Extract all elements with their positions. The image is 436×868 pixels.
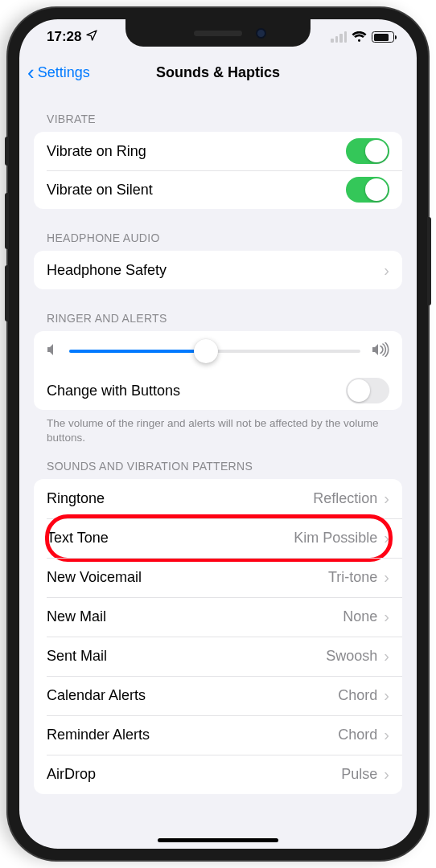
toggle-change-with-buttons[interactable] (346, 378, 389, 403)
wifi-icon (352, 31, 367, 43)
row-value: Chord (338, 727, 377, 743)
row-vibrate-on-silent: Vibrate on Silent (34, 170, 402, 209)
row-new-mail[interactable]: New Mail None › (34, 597, 402, 637)
row-value: Reflection (313, 490, 377, 507)
row-value: Kim Possible (294, 530, 377, 547)
status-time: 17:28 (47, 29, 81, 45)
footnote-ringer: The volume of the ringer and alerts will… (19, 410, 417, 445)
back-button[interactable]: ‹ Settings (27, 62, 90, 83)
chevron-right-icon: › (384, 765, 389, 784)
back-label: Settings (38, 64, 90, 81)
section-header-ringer: RINGER AND ALERTS (19, 289, 417, 331)
row-vibrate-on-ring: Vibrate on Ring (34, 132, 402, 170)
row-label: Ringtone (47, 490, 313, 507)
row-value: None (343, 608, 377, 625)
chevron-right-icon: › (384, 686, 389, 705)
row-value: Chord (338, 687, 377, 704)
slider-thumb[interactable] (194, 339, 218, 363)
row-label: Sent Mail (47, 648, 326, 665)
row-value: Pulse (341, 766, 377, 783)
row-label: Text Tone (47, 530, 294, 547)
chevron-right-icon: › (384, 261, 389, 280)
chevron-left-icon: ‹ (27, 62, 35, 83)
notch (125, 19, 311, 47)
volume-low-icon (47, 343, 58, 359)
section-header-headphone: HEADPHONE AUDIO (19, 209, 417, 251)
chevron-right-icon: › (384, 489, 389, 508)
group-ringer: Change with Buttons (34, 331, 402, 410)
row-label: AirDrop (47, 766, 341, 783)
row-label: New Voicemail (47, 569, 328, 586)
row-airdrop[interactable]: AirDrop Pulse › (34, 755, 402, 794)
row-headphone-safety[interactable]: Headphone Safety › (34, 251, 402, 289)
toggle-vibrate-on-silent[interactable] (346, 177, 389, 203)
screen: 17:28 ‹ Settings Sounds & Haptics VIBR (19, 19, 417, 849)
chevron-right-icon: › (384, 529, 389, 547)
home-indicator[interactable] (158, 838, 278, 842)
row-value: Tri-tone (328, 569, 377, 586)
volume-slider[interactable] (69, 350, 360, 353)
row-new-voicemail[interactable]: New Voicemail Tri-tone › (34, 558, 402, 597)
row-sent-mail[interactable]: Sent Mail Swoosh › (34, 637, 402, 676)
content-scroll[interactable]: VIBRATE Vibrate on Ring Vibrate on Silen… (19, 90, 417, 849)
group-headphone: Headphone Safety › (34, 251, 402, 289)
row-label: Vibrate on Silent (47, 182, 346, 199)
row-label: Vibrate on Ring (47, 143, 346, 160)
battery-icon (372, 31, 394, 43)
location-icon (85, 29, 98, 46)
slider-fill (69, 350, 206, 353)
cellular-icon (331, 31, 347, 43)
row-change-with-buttons: Change with Buttons (34, 371, 402, 410)
group-sounds: Ringtone Reflection › Text Tone Kim Poss… (34, 479, 402, 794)
row-label: Headphone Safety (47, 262, 377, 279)
row-label: New Mail (47, 608, 343, 625)
row-label: Change with Buttons (47, 383, 346, 399)
section-header-vibrate: VIBRATE (19, 90, 417, 132)
chevron-right-icon: › (384, 568, 389, 587)
volume-high-icon (372, 342, 389, 360)
row-ringtone[interactable]: Ringtone Reflection › (34, 479, 402, 518)
page-title: Sounds & Haptics (156, 64, 280, 81)
chevron-right-icon: › (384, 647, 389, 665)
row-text-tone[interactable]: Text Tone Kim Possible › (34, 518, 402, 558)
chevron-right-icon: › (384, 608, 389, 626)
row-label: Reminder Alerts (47, 727, 338, 743)
row-reminder-alerts[interactable]: Reminder Alerts Chord › (34, 715, 402, 755)
nav-bar: ‹ Settings Sounds & Haptics (19, 55, 417, 90)
row-value: Swoosh (326, 648, 377, 665)
toggle-vibrate-on-ring[interactable] (346, 138, 389, 164)
section-header-sounds: SOUNDS AND VIBRATION PATTERNS (19, 445, 417, 479)
row-calendar-alerts[interactable]: Calendar Alerts Chord › (34, 676, 402, 715)
phone-frame: 17:28 ‹ Settings Sounds & Haptics VIBR (8, 8, 428, 860)
row-volume-slider (34, 331, 402, 371)
group-vibrate: Vibrate on Ring Vibrate on Silent (34, 132, 402, 209)
row-label: Calendar Alerts (47, 687, 338, 704)
chevron-right-icon: › (384, 726, 389, 744)
